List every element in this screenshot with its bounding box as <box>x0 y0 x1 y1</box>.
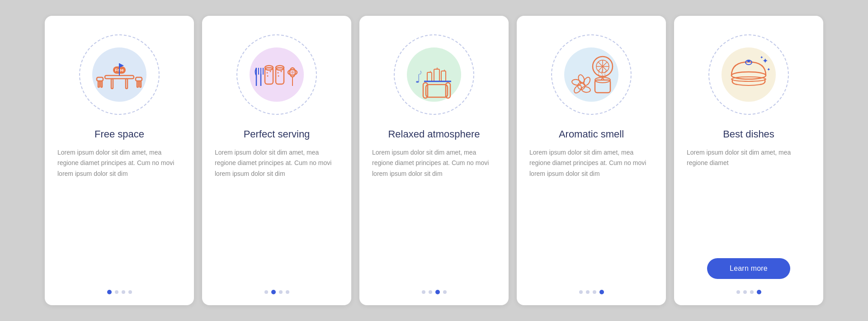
card-text-best-dishes: Lorem ipsum dolor sit dim amet, mea regi… <box>687 147 811 252</box>
card-relaxed-atmosphere: ♩ ♪ Relaxed atmosphere Lorem ipsum dolor… <box>359 16 509 305</box>
dot-2 <box>279 290 283 294</box>
card-title-best-dishes: Best dishes <box>723 128 774 141</box>
dot-3 <box>599 290 604 294</box>
card-text-aromatic-smell: Lorem ipsum dolor sit dim amet, mea regi… <box>529 147 653 281</box>
card-aromatic-smell: Aromatic smell Lorem ipsum dolor sit dim… <box>517 16 666 305</box>
dot-1 <box>429 290 432 294</box>
dot-0 <box>736 290 740 294</box>
dot-1 <box>586 290 590 294</box>
dots-aromatic-smell <box>579 290 604 294</box>
icon-area-aromatic-smell <box>546 29 637 120</box>
dot-2 <box>122 290 125 294</box>
dot-0 <box>422 290 425 294</box>
card-title-relaxed-atmosphere: Relaxed atmosphere <box>388 128 480 141</box>
dot-0 <box>264 290 268 294</box>
dot-2 <box>593 290 596 294</box>
dot-1 <box>271 290 276 294</box>
dot-3 <box>757 290 761 294</box>
dots-relaxed-atmosphere <box>422 290 447 294</box>
dot-2 <box>435 290 440 294</box>
icon-area-free-space: Free <box>74 29 165 120</box>
dot-0 <box>579 290 583 294</box>
dots-best-dishes <box>736 290 761 294</box>
dot-3 <box>286 290 289 294</box>
icon-area-best-dishes: ✦ ✦ ✦ <box>703 29 794 120</box>
dot-3 <box>128 290 132 294</box>
card-title-free-space: Free space <box>94 128 144 141</box>
dot-2 <box>750 290 754 294</box>
card-perfect-serving: Perfect serving Lorem ipsum dolor sit di… <box>202 16 351 305</box>
cards-container: Free Free space Lorem ipsum dolor sit di… <box>27 2 841 319</box>
card-text-relaxed-atmosphere: Lorem ipsum dolor sit dim amet, mea regi… <box>372 147 496 281</box>
dots-perfect-serving <box>264 290 289 294</box>
dot-3 <box>443 290 447 294</box>
dot-1 <box>115 290 118 294</box>
card-title-aromatic-smell: Aromatic smell <box>559 128 624 141</box>
card-best-dishes: ✦ ✦ ✦ Best dishes Lorem ipsum dolor sit … <box>674 16 823 305</box>
card-text-free-space: Lorem ipsum dolor sit dim amet, mea regi… <box>57 147 181 281</box>
learn-more-button[interactable]: Learn more <box>707 258 790 279</box>
dot-0 <box>107 290 112 294</box>
dots-free-space <box>107 290 132 294</box>
card-free-space: Free Free space Lorem ipsum dolor sit di… <box>45 16 194 305</box>
card-title-perfect-serving: Perfect serving <box>244 128 310 141</box>
dot-1 <box>743 290 747 294</box>
card-text-perfect-serving: Lorem ipsum dolor sit dim amet, mea regi… <box>215 147 339 281</box>
icon-area-perfect-serving <box>231 29 322 120</box>
icon-area-relaxed-atmosphere: ♩ ♪ <box>389 29 479 120</box>
